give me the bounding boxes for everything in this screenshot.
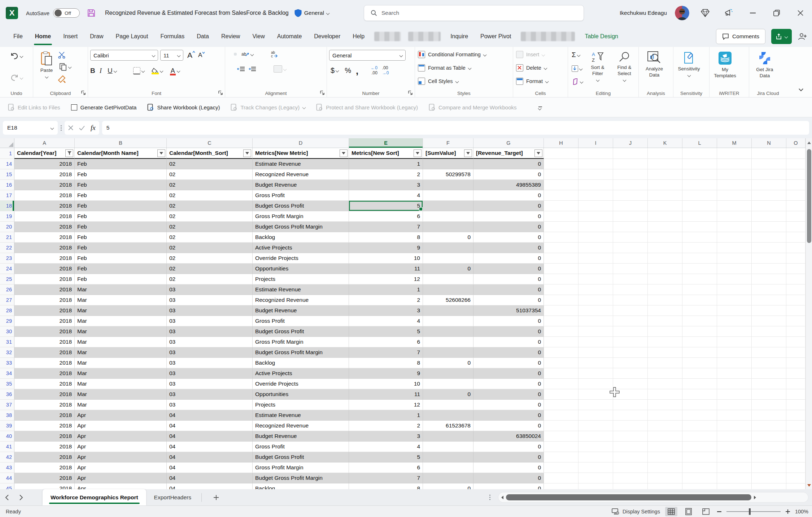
empty-cell[interactable] bbox=[648, 222, 682, 232]
cell-C22[interactable]: 02 bbox=[167, 243, 253, 253]
cell-C42[interactable]: 04 bbox=[167, 452, 253, 462]
empty-cell[interactable] bbox=[752, 452, 786, 462]
empty-cell[interactable] bbox=[786, 222, 806, 232]
empty-cell[interactable] bbox=[717, 305, 752, 316]
cell-C15[interactable]: 02 bbox=[167, 169, 253, 180]
empty-cell[interactable] bbox=[752, 473, 786, 483]
empty-cell[interactable] bbox=[717, 148, 752, 159]
cell-A15[interactable]: 2018 bbox=[14, 169, 75, 180]
empty-cell[interactable] bbox=[682, 305, 717, 316]
cell-D42[interactable]: Budget Gross Profit bbox=[253, 452, 349, 462]
cell-D24[interactable]: Opportunities bbox=[253, 264, 349, 274]
ribbon-tab-data[interactable]: Data bbox=[191, 26, 215, 47]
empty-cell[interactable] bbox=[786, 368, 806, 379]
empty-cell[interactable] bbox=[752, 462, 786, 473]
ribbon-tab-developer[interactable]: Developer bbox=[308, 26, 346, 47]
cell-F33[interactable]: 0 bbox=[423, 358, 473, 368]
column-header-K[interactable]: K bbox=[648, 138, 682, 148]
empty-cell[interactable] bbox=[717, 253, 752, 264]
cell-A45[interactable]: 2018 bbox=[14, 483, 75, 489]
empty-cell[interactable] bbox=[544, 410, 579, 421]
cell-A14[interactable]: 2018 bbox=[14, 159, 75, 169]
column-header-A[interactable]: A bbox=[14, 138, 75, 148]
row-header-36[interactable]: 36 bbox=[0, 389, 14, 400]
empty-cell[interactable] bbox=[717, 462, 752, 473]
ribbon-tab-draw[interactable]: Draw bbox=[84, 26, 109, 47]
page-break-preview-button[interactable] bbox=[700, 507, 712, 516]
cell-G43[interactable]: 0 bbox=[473, 462, 544, 473]
zoom-slider[interactable] bbox=[726, 511, 781, 512]
empty-cell[interactable] bbox=[613, 180, 648, 190]
row-header-23[interactable]: 23 bbox=[0, 253, 14, 264]
row-header-24[interactable]: 24 bbox=[0, 264, 14, 274]
empty-cell[interactable] bbox=[752, 337, 786, 347]
cell-D19[interactable]: Gross Profit Margin bbox=[253, 211, 349, 222]
conditional-formatting-button[interactable]: Conditional Formatting bbox=[417, 50, 487, 59]
decrease-indent-button[interactable] bbox=[237, 66, 245, 72]
empty-cell[interactable] bbox=[717, 295, 752, 305]
cell-E30[interactable]: 5 bbox=[349, 326, 423, 337]
cell-C38[interactable]: 04 bbox=[167, 410, 253, 421]
cell-D26[interactable]: Estimate Revenue bbox=[253, 284, 349, 295]
empty-cell[interactable] bbox=[544, 264, 579, 274]
cell-D17[interactable]: Gross Profit bbox=[253, 190, 349, 201]
cell-D32[interactable]: Budget Gross Profit Margin bbox=[253, 347, 349, 358]
empty-cell[interactable] bbox=[682, 190, 717, 201]
empty-cell[interactable] bbox=[717, 159, 752, 169]
cell-B38[interactable]: Apr bbox=[75, 410, 167, 421]
empty-cell[interactable] bbox=[613, 295, 648, 305]
cell-A24[interactable]: 2018 bbox=[14, 264, 75, 274]
cell-D29[interactable]: Gross Profit bbox=[253, 316, 349, 326]
empty-cell[interactable] bbox=[648, 264, 682, 274]
empty-cell[interactable] bbox=[648, 368, 682, 379]
empty-cell[interactable] bbox=[682, 400, 717, 410]
empty-cell[interactable] bbox=[613, 483, 648, 489]
table-column-header[interactable]: Calendar[Year] bbox=[14, 148, 75, 159]
empty-cell[interactable] bbox=[786, 169, 806, 180]
filter-dropdown-button[interactable] bbox=[464, 149, 472, 157]
font-color-button[interactable]: A bbox=[169, 66, 181, 76]
format-as-table-button[interactable]: Format as Table bbox=[417, 63, 487, 73]
cell-A38[interactable]: 2018 bbox=[14, 410, 75, 421]
restore-button[interactable] bbox=[769, 5, 785, 21]
cell-B16[interactable]: Feb bbox=[75, 180, 167, 190]
percent-style-button[interactable]: % bbox=[345, 66, 351, 75]
empty-cell[interactable] bbox=[717, 358, 752, 368]
row-header-38[interactable]: 38 bbox=[0, 410, 14, 421]
cell-D27[interactable]: Recognized Revenue bbox=[253, 295, 349, 305]
cell-E24[interactable]: 11 bbox=[349, 264, 423, 274]
cell-G37[interactable]: 0 bbox=[473, 400, 544, 410]
cell-B27[interactable]: Mar bbox=[75, 295, 167, 305]
row-header-22[interactable]: 22 bbox=[0, 243, 14, 253]
empty-cell[interactable] bbox=[613, 326, 648, 337]
cell-C28[interactable]: 03 bbox=[167, 305, 253, 316]
cell-F37[interactable] bbox=[423, 400, 473, 410]
empty-cell[interactable] bbox=[786, 180, 806, 190]
empty-cell[interactable] bbox=[752, 284, 786, 295]
empty-cell[interactable] bbox=[752, 264, 786, 274]
cell-G25[interactable]: 0 bbox=[473, 274, 544, 284]
empty-cell[interactable] bbox=[613, 358, 648, 368]
row-header-25[interactable]: 25 bbox=[0, 274, 14, 284]
empty-cell[interactable] bbox=[717, 274, 752, 284]
empty-cell[interactable] bbox=[613, 337, 648, 347]
cell-C34[interactable]: 03 bbox=[167, 368, 253, 379]
cell-E44[interactable]: 7 bbox=[349, 473, 423, 483]
empty-cell[interactable] bbox=[544, 284, 579, 295]
column-header-L[interactable]: L bbox=[682, 138, 717, 148]
name-box[interactable]: E18 bbox=[3, 121, 58, 135]
cell-G36[interactable]: 0 bbox=[473, 389, 544, 400]
empty-cell[interactable] bbox=[717, 431, 752, 442]
empty-cell[interactable] bbox=[648, 274, 682, 284]
empty-cell[interactable] bbox=[717, 326, 752, 337]
empty-cell[interactable] bbox=[648, 410, 682, 421]
cell-D21[interactable]: Backlog bbox=[253, 232, 349, 243]
empty-cell[interactable] bbox=[682, 222, 717, 232]
cell-G44[interactable]: 0 bbox=[473, 473, 544, 483]
cell-B22[interactable]: Feb bbox=[75, 243, 167, 253]
cell-G23[interactable]: 0 bbox=[473, 253, 544, 264]
empty-cell[interactable] bbox=[786, 295, 806, 305]
empty-cell[interactable] bbox=[544, 159, 579, 169]
column-header-I[interactable]: I bbox=[579, 138, 613, 148]
cell-E23[interactable]: 10 bbox=[349, 253, 423, 264]
